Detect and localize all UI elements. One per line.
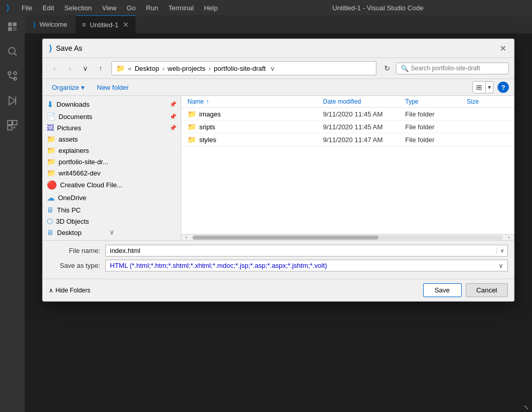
activity-run[interactable] bbox=[5, 93, 20, 108]
dialog-titlebar: ⟩ Save As ✕ bbox=[43, 39, 514, 58]
file-list-empty-space bbox=[181, 146, 514, 234]
hscroll-right-button[interactable]: › bbox=[504, 234, 514, 240]
dialog-actions: ∧ Hide Folders Save Cancel bbox=[43, 279, 514, 301]
sidebar-item-onedrive[interactable]: ☁ OneDrive bbox=[43, 191, 181, 204]
hscroll-thumb[interactable] bbox=[193, 236, 378, 240]
search-input[interactable] bbox=[411, 65, 504, 72]
pin-icon-downloads: 📌 bbox=[169, 101, 177, 108]
menu-file[interactable]: File bbox=[17, 3, 36, 13]
nav-back-button[interactable]: ‹ bbox=[48, 62, 61, 75]
3d-icon: ⬡ bbox=[47, 217, 53, 225]
file-type-images: File folder bbox=[405, 110, 467, 118]
savetype-dropdown-icon[interactable]: ∨ bbox=[499, 262, 503, 269]
titlebar: ⟩ File Edit Selection View Go Run Termin… bbox=[0, 0, 532, 15]
vscode-logo: ⟩ bbox=[6, 3, 9, 13]
table-row[interactable]: 📁 sripts 9/11/2020 11:45 AM File folder bbox=[181, 121, 514, 133]
view-grid-icon[interactable]: ⊞ bbox=[473, 82, 485, 93]
sidebar-item-label-desktop: Desktop bbox=[57, 229, 82, 237]
activity-extensions[interactable] bbox=[5, 118, 20, 132]
welcome-tab-label: Welcome bbox=[40, 21, 67, 28]
sidebar-item-writ[interactable]: 📁 writ45662-dev bbox=[43, 167, 181, 179]
sidebar-item-label-downloads: Downloads bbox=[56, 101, 89, 108]
save-as-dialog: ⟩ Save As ✕ ‹ › ∨ ↑ 📁 « Desktop bbox=[42, 38, 515, 302]
tab-welcome[interactable]: ⟩ Welcome bbox=[25, 15, 76, 33]
organize-button[interactable]: Organize ▾ bbox=[48, 82, 89, 93]
filename-dropdown-arrow[interactable]: ∨ bbox=[497, 247, 507, 254]
menu-run[interactable]: Run bbox=[142, 3, 162, 13]
dialog-close-button[interactable]: ✕ bbox=[498, 43, 508, 53]
hide-folders-toggle[interactable]: ∧ Hide Folders bbox=[49, 287, 90, 294]
nav-up-button[interactable]: ↑ bbox=[94, 62, 107, 75]
menu-view[interactable]: View bbox=[98, 3, 121, 13]
help-button[interactable]: ? bbox=[498, 82, 509, 93]
pin-icon-pictures: 📌 bbox=[169, 125, 177, 131]
svg-marker-11 bbox=[9, 96, 16, 105]
sidebar-item-label-portfolio: portfolio-site-dr... bbox=[59, 158, 108, 166]
activity-source-control[interactable] bbox=[5, 69, 20, 83]
dialog-main: ⬇ Downloads 📌 📄 Documents 📌 bbox=[43, 96, 514, 240]
new-folder-button[interactable]: New folder bbox=[93, 82, 133, 93]
sidebar-item-explainers[interactable]: 📁 explainers bbox=[43, 145, 181, 156]
savetype-label: Save as type: bbox=[49, 262, 105, 269]
tab-icon: ≡ bbox=[82, 21, 86, 28]
sidebar-item-downloads[interactable]: ⬇ Downloads 📌 bbox=[43, 98, 181, 111]
nav-recent-button[interactable]: ∨ bbox=[79, 62, 92, 75]
pictures-icon: 🖼 bbox=[47, 124, 54, 132]
savetype-select[interactable]: HTML (*.html;*.htm;*.shtml;*.xhtml;*.mdo… bbox=[105, 260, 508, 271]
column-header-size[interactable]: Size bbox=[467, 98, 508, 105]
menu-go[interactable]: Go bbox=[123, 3, 140, 13]
sidebar-item-portfolio[interactable]: 📁 portfolio-site-dr... bbox=[43, 156, 181, 167]
activity-explorer[interactable] bbox=[5, 19, 20, 34]
resize-handle[interactable]: ⤡ bbox=[524, 404, 530, 410]
address-dropdown-button[interactable]: ∨ bbox=[268, 63, 278, 73]
column-header-name[interactable]: Name ↑ bbox=[187, 98, 323, 105]
address-bar[interactable]: 📁 « Desktop › web-projects › portfolio-s… bbox=[111, 61, 376, 75]
sidebar-item-3d[interactable]: ⬡ 3D Objects bbox=[43, 215, 181, 227]
svg-rect-14 bbox=[13, 121, 17, 125]
menu-edit[interactable]: Edit bbox=[39, 3, 58, 13]
save-button[interactable]: Save bbox=[423, 283, 462, 297]
menu-selection[interactable]: Selection bbox=[60, 3, 96, 13]
horizontal-scrollbar[interactable]: ‹ › bbox=[181, 234, 514, 240]
view-mode-button[interactable]: ⊞ ▾ bbox=[472, 81, 493, 93]
hscroll-left-button[interactable]: ‹ bbox=[181, 234, 192, 240]
activity-search[interactable] bbox=[5, 44, 20, 58]
view-dropdown-icon[interactable]: ▾ bbox=[485, 82, 493, 92]
sidebar-scroll-down[interactable]: ∨ bbox=[109, 228, 115, 236]
cancel-button[interactable]: Cancel bbox=[466, 283, 508, 297]
filename-input[interactable] bbox=[106, 245, 497, 256]
refresh-button[interactable]: ↻ bbox=[381, 62, 394, 75]
sidebar-item-pictures[interactable]: 🖼 Pictures 📌 bbox=[43, 122, 181, 133]
desktop-icon: 🖥 bbox=[47, 228, 54, 237]
hscroll-track[interactable] bbox=[193, 236, 503, 240]
sidebar-panel: ⬇ Downloads 📌 📄 Documents 📌 bbox=[43, 96, 181, 240]
sort-arrow: ↑ bbox=[206, 98, 209, 105]
table-row[interactable]: 📁 images 9/11/2020 11:45 AM File folder bbox=[181, 108, 514, 121]
menu-bar[interactable]: File Edit Selection View Go Run Terminal… bbox=[17, 3, 222, 13]
tabs-bar: ⟩ Welcome ≡ Untitled-1 ✕ bbox=[25, 15, 532, 33]
svg-rect-13 bbox=[8, 121, 12, 125]
nav-forward-button[interactable]: › bbox=[63, 62, 77, 75]
vscode-body: ⟩ Welcome ≡ Untitled-1 ✕ 1 ⟩ Save As ✕ bbox=[0, 15, 532, 412]
tab-untitled[interactable]: ≡ Untitled-1 ✕ bbox=[76, 15, 136, 33]
file-name-sripts: 📁 sripts bbox=[187, 123, 323, 131]
column-header-type[interactable]: Type bbox=[405, 98, 467, 105]
sidebar-item-assets[interactable]: 📁 assets bbox=[43, 133, 181, 145]
tab-close-untitled[interactable]: ✕ bbox=[123, 21, 129, 29]
address-part-3: portfolio-site-draft bbox=[214, 65, 265, 72]
dialog-toolbar: Organize ▾ New folder ⊞ ▾ ? bbox=[43, 79, 514, 96]
sidebar-item-this-pc[interactable]: 🖥 This PC bbox=[43, 204, 181, 215]
dialog-overlay: ⟩ Save As ✕ ‹ › ∨ ↑ 📁 « Desktop bbox=[25, 33, 532, 412]
sidebar-item-documents[interactable]: 📄 Documents 📌 bbox=[43, 111, 181, 122]
sidebar-item-label-documents: Documents bbox=[59, 113, 92, 121]
menu-help[interactable]: Help bbox=[200, 3, 222, 13]
address-separator-1: « bbox=[128, 65, 131, 72]
menu-terminal[interactable]: Terminal bbox=[164, 3, 198, 13]
file-type-sripts: File folder bbox=[405, 123, 467, 131]
filename-input-wrapper[interactable]: ∨ bbox=[105, 245, 508, 257]
column-header-date[interactable]: Date modified bbox=[323, 98, 405, 105]
sidebar-item-creative-cloud[interactable]: 🔴 Creative Cloud File... bbox=[43, 179, 181, 191]
sidebar-item-label-explainers: explainers bbox=[59, 147, 89, 154]
window-title: Untitled-1 - Visual Studio Code bbox=[230, 4, 526, 12]
table-row[interactable]: 📁 styles 9/11/2020 11:47 AM File folder bbox=[181, 133, 514, 146]
